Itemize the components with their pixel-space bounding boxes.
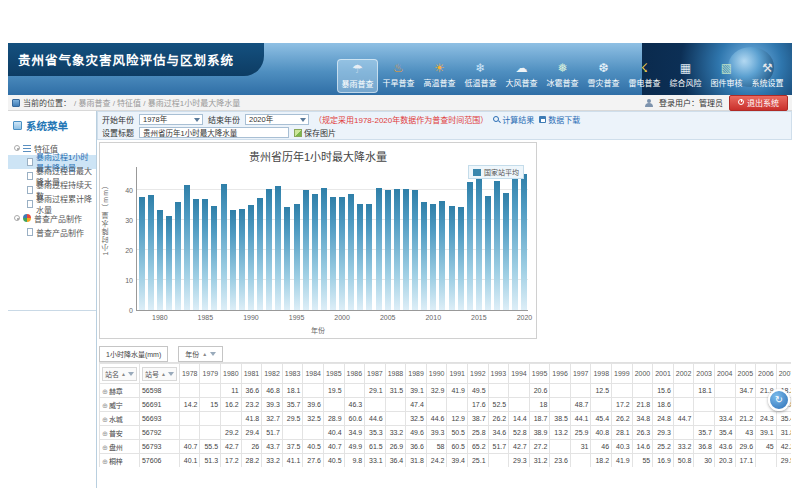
sort-asc-icon[interactable]: ▲ [202, 351, 207, 357]
year-column-header[interactable]: 1987 [365, 364, 386, 384]
nav-item-high-temp-survey[interactable]: ☀高温普查 [419, 59, 460, 93]
year-column-header[interactable]: 1986 [344, 364, 365, 384]
lightning-survey-icon: ☇ [624, 61, 665, 76]
system-settings-icon: ⚒ [747, 61, 788, 76]
year-column-header[interactable]: 1979 [200, 364, 221, 384]
filter-icon[interactable] [168, 372, 174, 376]
expand-icon[interactable]: ⊕ [102, 430, 108, 437]
station-name-cell: ⊕盘州 [100, 440, 140, 454]
year-column-header[interactable]: 2004 [714, 364, 735, 384]
nav-item-system-settings[interactable]: ⚒系统设置 [747, 59, 788, 93]
calculate-button[interactable]: 计算结果 [493, 114, 534, 125]
expand-icon[interactable]: ⊕ [102, 402, 108, 409]
filter-icon[interactable] [210, 352, 216, 356]
filter-icon[interactable] [128, 372, 134, 376]
nav-item-map-review[interactable]: ▧图件审核 [706, 59, 747, 93]
collapse-icon[interactable] [14, 215, 20, 221]
value-cell: 38.9 [529, 426, 550, 440]
chart-bar-2014 [467, 182, 473, 310]
year-column-header[interactable]: 1995 [529, 364, 550, 384]
year-column-header[interactable]: 1981 [241, 364, 262, 384]
year-column-header[interactable]: 1980 [221, 364, 242, 384]
station-name-header[interactable]: 站名▲ [100, 364, 140, 384]
year-column-header[interactable]: 1982 [262, 364, 283, 384]
download-button[interactable]: 数据下载 [539, 114, 580, 125]
year-column-header[interactable]: 2003 [694, 364, 715, 384]
value-cell: 37.5 [282, 440, 303, 454]
year-column-header[interactable]: 2001 [653, 364, 674, 384]
sidebar-item[interactable]: 普查产品制作 [8, 225, 96, 239]
nav-item-snow-survey[interactable]: ❆雪灾普查 [583, 59, 624, 93]
drought-survey-icon: ♨ [378, 61, 419, 76]
y-tick-label: 20 [111, 247, 133, 254]
nav-item-label: 低温普查 [465, 79, 497, 88]
logout-button[interactable]: 退出系统 [729, 95, 788, 111]
end-year-select[interactable]: 2020年 [245, 114, 309, 125]
year-column-header[interactable]: 1998 [591, 364, 612, 384]
nav-item-hail-survey[interactable]: ❅冰雹普查 [542, 59, 583, 93]
sort-asc-icon[interactable]: ▲ [121, 371, 126, 377]
station-no-cell: 57606 [139, 454, 179, 468]
breadcrumb-bar: 当前的位置： / 暴雨普查 / 特征值 / 暴雨过程1小时最大降水量 登录用户：… [8, 95, 792, 111]
value-cell: 40.3 [612, 440, 633, 454]
expand-icon[interactable]: ⊕ [102, 416, 108, 423]
expand-icon[interactable]: ⊕ [102, 444, 108, 451]
year-column-header[interactable]: 1993 [488, 364, 509, 384]
chart-bar-1981 [166, 216, 172, 311]
expand-icon[interactable]: ⊕ [102, 388, 108, 395]
save-image-button[interactable]: 保存图片 [294, 127, 336, 138]
year-column-header[interactable]: 2002 [673, 364, 694, 384]
column-field[interactable]: 年份 ▲ [178, 346, 223, 362]
value-cell: 26.3 [632, 426, 653, 440]
nav-item-rainstorm-survey[interactable]: ☂暴雨普查 [337, 59, 378, 93]
year-column-header[interactable]: 1992 [468, 364, 489, 384]
breadcrumb[interactable]: / 暴雨普查 / 特征值 / 暴雨过程1小时最大降水量 [74, 97, 240, 108]
nav-item-wind-survey[interactable]: ☁大风普查 [501, 59, 542, 93]
year-column-header[interactable]: 1997 [570, 364, 591, 384]
value-cell [303, 384, 324, 398]
year-column-header[interactable]: 1985 [323, 364, 344, 384]
value-cell: 33.2 [385, 426, 406, 440]
nav-item-comprehensive-risk[interactable]: ▦综合风险 [665, 59, 706, 93]
value-cell: 18 [529, 398, 550, 412]
value-cell: 51.7 [262, 426, 283, 440]
nav-item-lightning-survey[interactable]: ☇雷电普查 [624, 59, 665, 93]
year-column-header[interactable]: 2005 [735, 364, 756, 384]
year-column-header[interactable]: 1999 [612, 364, 633, 384]
expand-icon[interactable]: ⊕ [102, 458, 108, 465]
year-column-header[interactable]: 1994 [509, 364, 530, 384]
value-cell [509, 384, 530, 398]
year-column-header[interactable]: 2006 [756, 364, 777, 384]
value-cell [179, 426, 200, 440]
station-no-header[interactable]: 站号▲ [139, 364, 179, 384]
year-column-header[interactable]: 2000 [632, 364, 653, 384]
year-column-header[interactable]: 1991 [447, 364, 468, 384]
nav-item-drought-survey[interactable]: ♨干旱普查 [378, 59, 419, 93]
value-cell: 46 [591, 440, 612, 454]
year-column-header[interactable]: 1990 [426, 364, 447, 384]
year-column-header[interactable]: 1983 [282, 364, 303, 384]
refresh-float-button[interactable]: ↻ [768, 389, 790, 411]
year-column-header[interactable]: 2007 [776, 364, 791, 384]
value-cell: 52.5 [488, 398, 509, 412]
year-column-header[interactable]: 1978 [179, 364, 200, 384]
collapse-icon[interactable] [14, 145, 20, 151]
start-year-select[interactable]: 1978年 [139, 114, 203, 125]
y-tick-label: 30 [111, 217, 133, 224]
year-column-header[interactable]: 1996 [550, 364, 571, 384]
value-cell: 31.8 [776, 426, 791, 440]
year-column-header[interactable]: 1989 [406, 364, 427, 384]
measure-field[interactable]: 1小时降水量(mm) [99, 346, 168, 362]
nav-item-low-temp-survey[interactable]: ❄低温普查 [460, 59, 501, 93]
toolbar: 开始年份 1978年 结束年份 2020年 （规定采用1978-2020年数据作… [97, 111, 792, 140]
chart-title-input[interactable] [139, 127, 289, 138]
table-row: ⊕桐梓5760640.151.317.228.233.241.127.640.5… [100, 454, 792, 468]
sort-asc-icon[interactable]: ▲ [161, 371, 166, 377]
station-no-cell: 56792 [139, 426, 179, 440]
chart-bar-2012 [449, 206, 455, 310]
year-column-header[interactable]: 1988 [385, 364, 406, 384]
image-icon [294, 129, 302, 137]
sidebar-item[interactable]: 暴雨过程累计降水量 [8, 197, 96, 211]
year-column-header[interactable]: 1984 [303, 364, 324, 384]
value-cell: 12.5 [591, 384, 612, 398]
